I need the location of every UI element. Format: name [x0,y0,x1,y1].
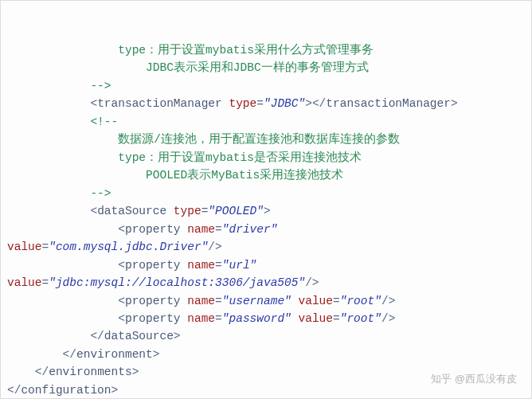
tag-dataSource: dataSource [97,205,166,217]
attr-name: name [181,223,216,236]
tag-environments-close: environments [49,366,131,378]
tag-property: property [125,223,181,236]
tag-property: property [125,259,181,272]
attr-value: value [291,312,333,325]
val-username: "username" [222,295,291,307]
tag-open: < [7,97,97,110]
val-root: "root" [340,295,381,307]
val-password: "password" [222,312,291,325]
comment-line: type：用于设置mybatis采用什么方式管理事务 [7,44,374,57]
attr-name: name [181,259,216,272]
attr-value: value [7,276,42,289]
val-root: "root" [340,312,381,325]
val-driver: "driver" [222,223,278,236]
comment-line: type：用于设置mybatis是否采用连接池技术 [7,151,362,164]
comment-line: JDBC表示采用和JDBC一样的事务管理方式 [7,61,369,74]
val-jdbc: "JDBC" [264,97,305,110]
attr-name: name [181,312,216,325]
tag-property: property [125,312,181,325]
tag-configuration-close: configuration [21,384,111,397]
comment-start: <!-- [7,115,118,128]
tag-environment-close: environment [76,348,153,361]
val-url: "url" [222,259,257,272]
tag-property: property [125,295,181,307]
comment-line: 数据源/连接池，用于配置连接池和数据库连接的参数 [7,133,400,146]
comment-end: --> [7,187,111,200]
attr-type: type [222,97,257,110]
attr-type: type [166,205,201,217]
attr-name: name [181,295,216,307]
attr-value: value [291,295,333,307]
attr-value: value [7,241,42,253]
comment-line: POOLED表示MyBatis采用连接池技术 [7,169,343,182]
val-url-string: "jdbc:mysql://localhost:3306/java505" [49,276,305,289]
tag-dataSource-close: dataSource [104,330,174,342]
val-pooled: "POOLED" [208,205,264,217]
watermark: 知乎 @西瓜没有皮 [431,371,517,387]
val-driver-class: "com.mysql.jdbc.Driver" [49,241,208,253]
code-block: type：用于设置mybatis采用什么方式管理事务 JDBC表示采用和JDBC… [7,41,525,399]
tag-transactionManager: transactionManager [97,97,222,110]
comment-end: --> [7,80,111,92]
